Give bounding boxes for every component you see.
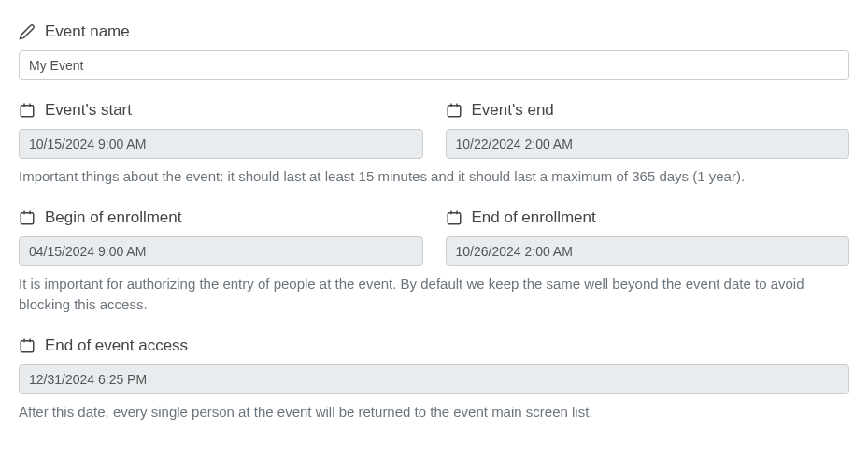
- enroll-begin-input[interactable]: [19, 236, 423, 266]
- svg-rect-9: [448, 212, 461, 223]
- access-end-input[interactable]: [19, 364, 849, 394]
- event-end-label-text: Event's end: [472, 101, 554, 120]
- access-end-label: End of event access: [19, 336, 849, 355]
- svg-rect-6: [21, 212, 34, 223]
- calendar-icon: [19, 209, 36, 226]
- svg-rect-3: [448, 106, 461, 117]
- calendar-icon: [446, 102, 462, 119]
- calendar-icon: [19, 337, 36, 354]
- edit-icon: [19, 23, 36, 40]
- event-start-field: Event's start: [19, 101, 423, 159]
- access-help: After this date, every single person at …: [19, 402, 849, 423]
- enroll-begin-label: Begin of enrollment: [19, 208, 423, 227]
- event-name-label-text: Event name: [45, 22, 130, 41]
- enroll-end-label-text: End of enrollment: [472, 208, 596, 227]
- event-end-field: Event's end: [446, 101, 850, 159]
- svg-rect-0: [21, 106, 34, 117]
- access-end-field: End of event access: [19, 336, 849, 394]
- event-start-label-text: Event's start: [45, 101, 132, 120]
- enroll-begin-field: Begin of enrollment: [19, 208, 423, 266]
- event-dates-help: Important things about the event: it sho…: [19, 166, 849, 188]
- event-name-label: Event name: [19, 22, 849, 41]
- event-name-field: Event name: [19, 22, 849, 80]
- event-end-input[interactable]: [446, 129, 850, 159]
- enroll-end-input[interactable]: [446, 236, 850, 266]
- event-name-input[interactable]: [19, 50, 849, 80]
- enroll-end-field: End of enrollment: [446, 208, 850, 266]
- calendar-icon: [19, 102, 36, 119]
- event-start-input[interactable]: [19, 129, 423, 159]
- enrollment-dates-row: Begin of enrollment End of enrollment: [19, 208, 849, 266]
- enrollment-help: It is important for authorizing the entr…: [19, 274, 849, 316]
- enroll-begin-label-text: Begin of enrollment: [45, 208, 181, 227]
- event-dates-row: Event's start Event's end: [19, 101, 849, 159]
- enroll-end-label: End of enrollment: [446, 208, 850, 227]
- svg-rect-12: [21, 340, 34, 351]
- event-start-label: Event's start: [19, 101, 423, 120]
- access-end-label-text: End of event access: [45, 336, 188, 355]
- event-end-label: Event's end: [446, 101, 850, 120]
- calendar-icon: [446, 209, 462, 226]
